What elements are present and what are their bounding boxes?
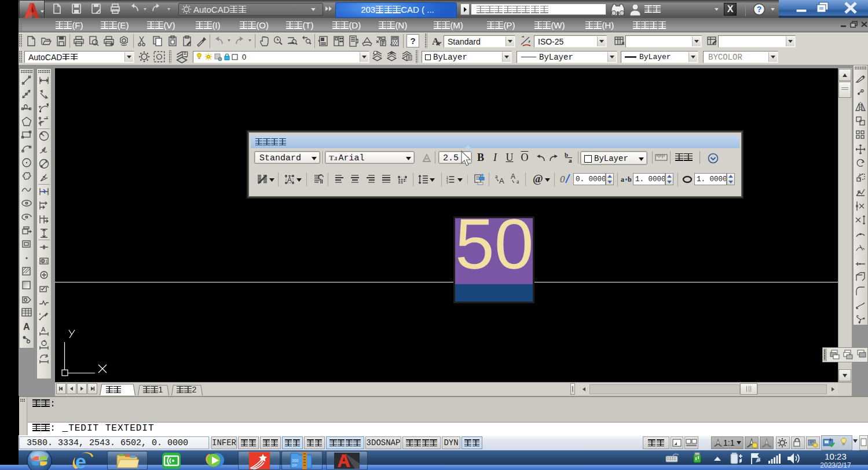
svg-text:360: 360 [292,458,299,462]
svg-text:b: b [565,152,568,158]
svg-text:3: 3 [446,181,448,184]
svg-text:1: 1 [45,259,48,264]
svg-text:A: A [287,176,292,184]
svg-text:A: A [511,174,515,181]
svg-text:a: a [621,175,624,183]
svg-text:a: a [569,157,572,163]
svg-text:A: A [41,326,46,333]
svg-text:a: a [517,178,519,185]
svg-text:A: A [499,177,504,185]
svg-text:0: 0 [560,174,565,185]
svg-text:0: 0 [242,53,246,61]
svg-text:b: b [628,175,632,183]
svg-text:?: ? [757,5,762,14]
svg-text:a: a [495,174,498,179]
svg-text:A: A [432,36,440,47]
svg-text:ZIP: ZIP [292,464,297,467]
svg-text:A: A [23,322,30,332]
svg-text:X: X [46,116,48,119]
